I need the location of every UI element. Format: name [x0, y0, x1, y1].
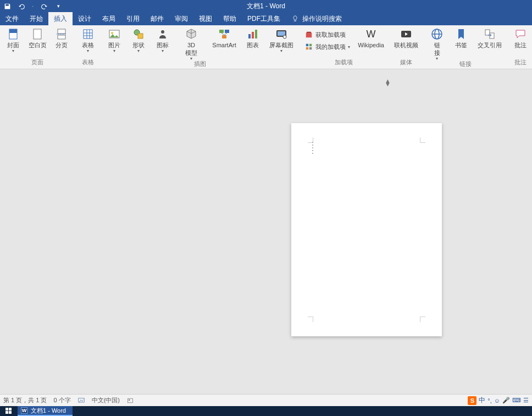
blank-button[interactable]: 空白页 [27, 27, 47, 48]
video-label: 联机视频 [394, 42, 418, 48]
status-macro-icon[interactable] [126, 397, 134, 404]
link-button[interactable]: 链接▾ [427, 27, 447, 60]
group-加载项: 获取加载项我的加载项 ▾WWikipedia加载项 [299, 25, 389, 69]
tab-插入[interactable]: 插入 [48, 12, 73, 25]
screenshot-label: 屏幕截图 [269, 42, 293, 48]
group-链接: 链接▾书签交叉引用链接 [424, 25, 507, 69]
myaddins-label: 我的加载项 [315, 43, 346, 51]
getaddins-label: 获取加载项 [315, 31, 346, 39]
smartart-button[interactable]: SmartArt [210, 27, 239, 48]
svg-rect-18 [222, 35, 226, 38]
ribbon: 封面▾空白页分页页面表格▾表格图片▾形状▾图标▾3D模型▾SmartArt图表屏… [0, 25, 532, 69]
document-page[interactable] [291, 123, 442, 336]
iconlib-button[interactable]: 图标▾ [153, 27, 173, 53]
myaddins-button[interactable]: 我的加载项 ▾ [302, 41, 352, 52]
screenshot-button[interactable]: 屏幕截图▾ [267, 27, 296, 53]
pic-button[interactable]: 图片▾ [104, 27, 124, 53]
tab-帮助[interactable]: 帮助 [218, 12, 242, 25]
document-area[interactable]: ▲▼ [0, 69, 532, 394]
status-page[interactable]: 第 1 页，共 1 页 [3, 396, 47, 404]
svg-rect-27 [306, 33, 312, 37]
svg-rect-22 [252, 32, 254, 38]
tab-引用[interactable]: 引用 [121, 12, 145, 25]
getaddins-button[interactable]: 获取加载项 [302, 29, 352, 40]
quick-access-toolbar: · ▾ [0, 2, 62, 10]
smartart-icon [218, 27, 231, 41]
ime-emoji-icon[interactable]: ☺ [494, 397, 500, 404]
windows-taskbar: W 文档1 - Word [0, 406, 532, 416]
icons-icon [156, 27, 169, 41]
group-label: 插图 [104, 60, 296, 69]
tab-开始[interactable]: 开始 [24, 12, 48, 25]
save-icon[interactable] [3, 2, 11, 10]
status-word-count[interactable]: 0 个字 [53, 396, 70, 404]
svg-rect-4 [58, 35, 65, 39]
svg-rect-1 [9, 29, 17, 33]
svg-point-15 [161, 30, 164, 34]
svg-rect-54 [129, 399, 130, 400]
shapes-icon [132, 27, 145, 41]
ribbon-tabs: 文件开始插入设计布局引用邮件审阅视图帮助PDF工具集操作说明搜索 [0, 12, 532, 25]
tell-me[interactable]: 操作说明搜索 [286, 12, 347, 25]
svg-rect-29 [309, 44, 312, 46]
ime-punct-icon[interactable]: °, [487, 397, 491, 404]
tab-布局[interactable]: 布局 [97, 12, 121, 25]
undo-icon[interactable] [18, 2, 25, 10]
ime-tray: S 中 °, ☺ 🎤 ⌨ ☰ [468, 396, 529, 405]
redo-icon[interactable] [40, 2, 48, 10]
xref-label: 交叉引用 [478, 42, 502, 48]
ime-mic-icon[interactable]: 🎤 [502, 397, 510, 404]
tab-审阅[interactable]: 审阅 [169, 12, 193, 25]
group-label: 加载项 [302, 59, 385, 68]
cover-button[interactable]: 封面▾ [3, 27, 23, 53]
tab-视图[interactable]: 视图 [193, 12, 218, 25]
collapse-indicator-icon: ▲▼ [385, 79, 391, 86]
bookmark-button[interactable]: 书签 [451, 27, 471, 48]
table-icon [81, 27, 95, 41]
svg-rect-38 [490, 33, 494, 38]
qat-customize-icon[interactable]: ▾ [54, 2, 62, 10]
tab-邮件[interactable]: 邮件 [145, 12, 169, 25]
tab-文件[interactable]: 文件 [0, 12, 24, 25]
blank-label: 空白页 [29, 42, 47, 48]
svg-rect-28 [306, 44, 308, 46]
store-icon [304, 30, 313, 39]
svg-line-20 [224, 33, 227, 35]
break-button[interactable]: 分页 [52, 27, 71, 48]
wikipedia-button[interactable]: WWikipedia [357, 27, 385, 48]
cover-page-icon [7, 27, 20, 41]
table-button[interactable]: 表格▾ [78, 27, 98, 53]
taskbar-app-word[interactable]: W 文档1 - Word [18, 406, 73, 416]
pic-label: 图片 [108, 42, 120, 48]
status-proofing-icon[interactable] [77, 397, 85, 404]
svg-point-26 [283, 35, 286, 38]
ime-lang-indicator[interactable]: 中 [479, 396, 485, 405]
ime-keyboard-icon[interactable]: ⌨ [512, 397, 521, 404]
cross-ref-icon [483, 27, 496, 41]
comment-button[interactable]: 批注 [511, 27, 530, 48]
start-button[interactable] [0, 406, 18, 416]
tab-PDF工具集[interactable]: PDF工具集 [242, 12, 286, 25]
group-表格: 表格▾表格 [75, 25, 101, 69]
sogou-ime-icon[interactable]: S [468, 396, 476, 405]
bookmark-label: 书签 [455, 42, 467, 48]
svg-rect-37 [485, 30, 490, 35]
word-app-icon: W [21, 407, 27, 414]
status-language[interactable]: 中文(中国) [92, 396, 120, 404]
svg-rect-2 [34, 29, 41, 39]
xref-button[interactable]: 交叉引用 [475, 27, 504, 48]
blank-page-icon [31, 27, 44, 41]
video-button[interactable]: 联机视频 [392, 27, 420, 48]
tab-设计[interactable]: 设计 [73, 12, 97, 25]
chart-button[interactable]: 图表 [243, 27, 263, 48]
group-批注: 批注批注 [507, 25, 532, 69]
svg-rect-6 [84, 30, 92, 38]
shape-button[interactable]: 形状▾ [129, 27, 148, 53]
group-label: 媒体 [392, 59, 420, 68]
ime-settings-icon[interactable]: ☰ [523, 397, 529, 404]
model3d-button[interactable]: 3D模型▾ [177, 27, 206, 60]
online-video-icon [400, 27, 413, 41]
svg-rect-58 [9, 411, 12, 414]
group-label: 链接 [427, 60, 504, 69]
group-媒体: 联机视频媒体 [389, 25, 424, 69]
